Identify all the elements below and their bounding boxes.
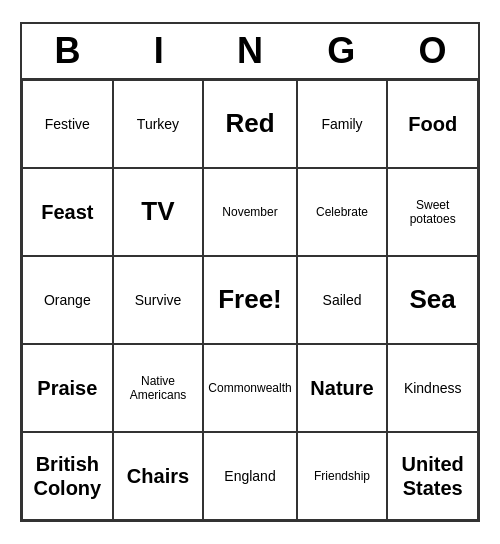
header-letter: N	[204, 24, 295, 78]
bingo-cell: November	[203, 168, 296, 256]
bingo-cell: Friendship	[297, 432, 388, 520]
bingo-cell: Chairs	[113, 432, 204, 520]
bingo-cell: Free!	[203, 256, 296, 344]
bingo-grid: FestiveTurkeyRedFamilyFoodFeastTVNovembe…	[22, 80, 478, 520]
bingo-cell: British Colony	[22, 432, 113, 520]
bingo-cell: Native Americans	[113, 344, 204, 432]
bingo-cell: Feast	[22, 168, 113, 256]
bingo-cell: Commonwealth	[203, 344, 296, 432]
bingo-cell: United States	[387, 432, 478, 520]
bingo-cell: Sailed	[297, 256, 388, 344]
bingo-cell: Family	[297, 80, 388, 168]
bingo-cell: TV	[113, 168, 204, 256]
header-letter: G	[296, 24, 387, 78]
bingo-cell: Turkey	[113, 80, 204, 168]
bingo-cell: Sea	[387, 256, 478, 344]
bingo-cell: Festive	[22, 80, 113, 168]
bingo-cell: Orange	[22, 256, 113, 344]
bingo-cell: Red	[203, 80, 296, 168]
bingo-cell: England	[203, 432, 296, 520]
header-letter: I	[113, 24, 204, 78]
bingo-cell: Kindness	[387, 344, 478, 432]
bingo-card: BINGO FestiveTurkeyRedFamilyFoodFeastTVN…	[20, 22, 480, 522]
header-letter: B	[22, 24, 113, 78]
bingo-header: BINGO	[22, 24, 478, 80]
bingo-cell: Praise	[22, 344, 113, 432]
bingo-cell: Food	[387, 80, 478, 168]
bingo-cell: Survive	[113, 256, 204, 344]
bingo-cell: Nature	[297, 344, 388, 432]
bingo-cell: Celebrate	[297, 168, 388, 256]
header-letter: O	[387, 24, 478, 78]
bingo-cell: Sweet potatoes	[387, 168, 478, 256]
